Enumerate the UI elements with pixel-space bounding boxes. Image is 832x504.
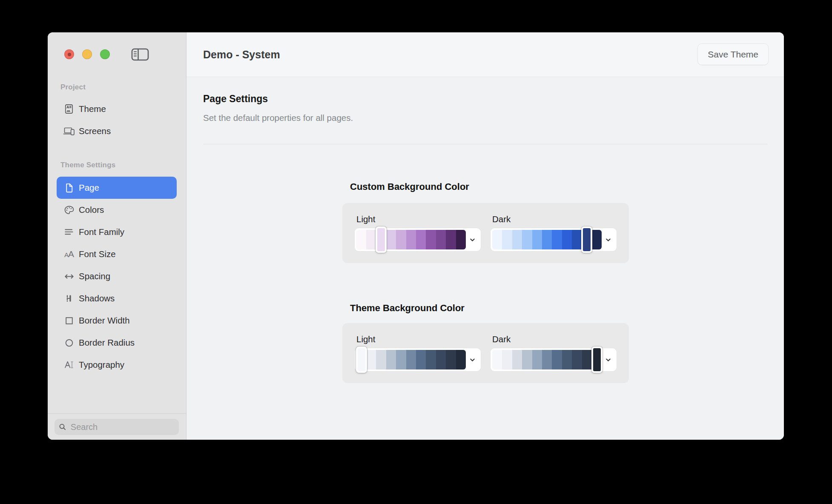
swatch-strip[interactable]: [355, 228, 481, 251]
selected-swatch[interactable]: [581, 226, 592, 253]
theme-background-color-card: Light Dark: [342, 323, 629, 383]
swatch[interactable]: [522, 350, 532, 369]
sidebar-nav: Project Theme: [57, 83, 177, 376]
sidebar-item-label: Font Family: [79, 227, 124, 237]
color-picker-dark: Dark: [491, 214, 617, 263]
swatch[interactable]: [456, 230, 466, 249]
sidebar-item-label: Font Size: [79, 249, 116, 259]
sidebar-item-page[interactable]: Page: [57, 177, 177, 199]
swatch[interactable]: [502, 230, 512, 249]
swatch[interactable]: [416, 230, 426, 249]
search-field[interactable]: [55, 419, 179, 435]
swatch[interactable]: [552, 350, 562, 369]
spacing-icon: [63, 271, 75, 282]
swatch[interactable]: [582, 350, 592, 369]
swatch-ramp[interactable]: [492, 346, 602, 373]
swatch[interactable]: [562, 230, 572, 249]
selected-swatch[interactable]: [591, 346, 602, 373]
swatch[interactable]: [446, 230, 456, 249]
swatch[interactable]: [396, 230, 406, 249]
sidebar-item-border-radius[interactable]: Border Radius: [57, 332, 177, 354]
main-area: Demo - System Save Theme Page Settings S…: [186, 32, 784, 440]
screens-icon: [63, 126, 75, 136]
swatch[interactable]: [562, 350, 572, 369]
swatch[interactable]: [356, 230, 366, 249]
selected-swatch[interactable]: [356, 346, 367, 373]
swatch[interactable]: [492, 350, 502, 369]
swatch[interactable]: [396, 350, 406, 369]
swatch[interactable]: [386, 350, 396, 369]
swatch[interactable]: [502, 350, 512, 369]
app-window: Project Theme: [48, 32, 784, 440]
swatch[interactable]: [446, 350, 456, 369]
main-header: Demo - System Save Theme: [186, 32, 784, 77]
chevron-down-icon[interactable]: [469, 356, 476, 364]
swatch[interactable]: [512, 350, 522, 369]
swatch[interactable]: [492, 230, 502, 249]
sidebar-item-label: Colors: [79, 205, 104, 215]
sidebar-item-colors[interactable]: Colors: [57, 199, 177, 221]
swatch[interactable]: [592, 230, 602, 249]
swatch-strip[interactable]: [491, 228, 617, 251]
chevron-down-icon[interactable]: [469, 236, 476, 243]
swatch[interactable]: [552, 230, 562, 249]
swatch-strip[interactable]: [355, 348, 481, 371]
sidebar-item-label: Screens: [79, 126, 111, 136]
swatch[interactable]: [426, 230, 436, 249]
swatch[interactable]: [542, 350, 552, 369]
page-settings-subtitle: Set the default properties for all pages…: [203, 113, 353, 123]
chevron-down-icon[interactable]: [605, 236, 612, 243]
colors-icon: [63, 204, 75, 216]
swatch[interactable]: [366, 350, 376, 369]
swatch[interactable]: [406, 230, 416, 249]
close-button[interactable]: [64, 49, 74, 59]
swatch-strip[interactable]: [491, 348, 617, 371]
swatch[interactable]: [426, 350, 436, 369]
sidebar-item-font-family[interactable]: Font Family: [57, 221, 177, 243]
swatch-ramp[interactable]: [356, 226, 466, 253]
search-input[interactable]: [70, 422, 175, 432]
swatch[interactable]: [532, 230, 542, 249]
sidebar-toggle-icon[interactable]: [131, 48, 149, 61]
sidebar-item-screens[interactable]: Screens: [57, 120, 177, 142]
swatch[interactable]: [376, 350, 386, 369]
swatch-ramp[interactable]: [356, 346, 466, 373]
color-picker-light: Light: [355, 214, 481, 263]
swatch[interactable]: [542, 230, 552, 249]
sidebar-item-shadows[interactable]: Shadows: [57, 287, 177, 309]
swatch[interactable]: [572, 230, 582, 249]
swatch[interactable]: [366, 230, 376, 249]
swatch[interactable]: [436, 230, 446, 249]
save-theme-button[interactable]: Save Theme: [697, 43, 769, 65]
typography-icon: [63, 359, 75, 370]
sidebar-item-label: Border Radius: [79, 338, 135, 348]
selected-swatch[interactable]: [376, 226, 387, 253]
page-icon: [63, 183, 75, 193]
sidebar-item-typography[interactable]: Typography: [57, 354, 177, 376]
swatch-ramp[interactable]: [492, 226, 602, 253]
sidebar-section-label: Theme Settings: [60, 161, 177, 169]
swatch[interactable]: [416, 350, 426, 369]
chevron-down-icon[interactable]: [605, 356, 612, 364]
sidebar-item-spacing[interactable]: Spacing: [57, 265, 177, 287]
zoom-button[interactable]: [100, 49, 110, 59]
sidebar-item-label: Spacing: [79, 271, 110, 281]
swatch[interactable]: [532, 350, 542, 369]
swatch[interactable]: [522, 230, 532, 249]
swatch[interactable]: [572, 350, 582, 369]
swatch[interactable]: [406, 350, 416, 369]
sidebar-item-theme[interactable]: Theme: [57, 98, 177, 120]
border-radius-icon: [63, 338, 75, 348]
swatch[interactable]: [512, 230, 522, 249]
swatch[interactable]: [436, 350, 446, 369]
sidebar-divider: [48, 413, 186, 414]
sidebar-item-border-width[interactable]: Border Width: [57, 309, 177, 332]
swatch[interactable]: [386, 230, 396, 249]
shadows-icon: [63, 293, 75, 304]
sidebar-item-label: Shadows: [79, 293, 115, 304]
traffic-lights: [64, 49, 110, 59]
theme-background-color-title: Theme Background Color: [350, 303, 465, 314]
sidebar-item-font-size[interactable]: AA Font Size: [57, 243, 177, 265]
minimize-button[interactable]: [82, 49, 92, 59]
swatch[interactable]: [456, 350, 466, 369]
